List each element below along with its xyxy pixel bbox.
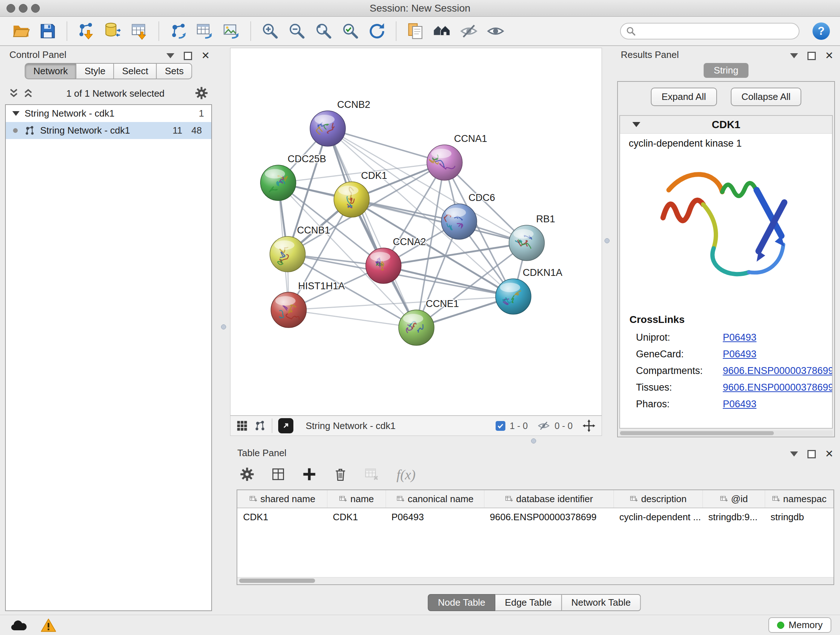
network-graph[interactable]: CCNB2CCNA1CDC25BCDK1CDC6RB1CCNB1CCNA2CDK…	[231, 48, 602, 415]
help-button[interactable]: ?	[813, 22, 830, 40]
float-panel-icon[interactable]	[807, 52, 816, 60]
control-panel-tabs: Network Style Select Sets	[25, 63, 192, 79]
tree-expander-icon[interactable]	[12, 111, 19, 116]
column-header-namespace[interactable]: namespac	[765, 490, 834, 508]
minimize-panel-icon[interactable]	[790, 53, 798, 58]
export-image-button[interactable]	[221, 20, 242, 42]
crosslink-row: Compartments: 9606.ENSP00000378699	[620, 363, 832, 379]
external-arrow-icon	[281, 421, 290, 430]
scrollbar-thumb[interactable]	[620, 431, 774, 435]
import-network-database-button[interactable]	[102, 20, 124, 42]
delete-column-button[interactable]	[332, 466, 349, 483]
cell-name[interactable]: CDK1	[327, 508, 386, 526]
network-view-title: String Network - cdk1	[306, 420, 396, 432]
cell-shared-name[interactable]: CDK1	[237, 508, 327, 526]
minimize-panel-icon[interactable]	[790, 451, 798, 456]
zoom-out-button[interactable]	[286, 20, 308, 42]
network-canvas[interactable]: CCNB2CCNA1CDC25BCDK1CDC6RB1CCNB1CCNA2CDK…	[230, 48, 602, 416]
table-row[interactable]: CDK1 CDK1 P06493 9606.ENSP00000378699 cy…	[237, 508, 834, 526]
expand-all-networks-button[interactable]	[8, 88, 19, 99]
close-panel-icon[interactable]: ✕	[825, 51, 834, 61]
column-header-description[interactable]: description	[614, 490, 703, 508]
network-edge-CCNE1-HIST1H1A[interactable]	[289, 310, 416, 328]
show-columns-button[interactable]	[270, 466, 286, 483]
hide-selected-button[interactable]	[458, 20, 480, 42]
home-button[interactable]	[431, 20, 453, 42]
network-overview-button[interactable]	[254, 420, 266, 432]
crosslink-link[interactable]: P06493	[723, 399, 756, 410]
refresh-button[interactable]	[366, 20, 388, 42]
copy-document-icon	[406, 22, 425, 41]
vertical-splitter-handle[interactable]	[221, 325, 226, 329]
table-horizontal-scrollbar[interactable]	[237, 577, 834, 584]
expand-all-button[interactable]: Expand All	[651, 88, 717, 106]
tab-edge-table[interactable]: Edge Table	[496, 594, 562, 611]
export-network-button[interactable]	[167, 20, 189, 42]
cell-database-identifier[interactable]: 9606.ENSP00000378699	[484, 508, 614, 526]
crosslink-link[interactable]: 9606.ENSP00000378699	[723, 382, 833, 393]
memory-button[interactable]: Memory	[768, 617, 831, 633]
table-settings-button[interactable]	[239, 466, 256, 483]
column-header-database-identifier[interactable]: database identifier	[484, 490, 614, 508]
cell-id[interactable]: stringdb:9...	[703, 508, 765, 526]
fit-content-button[interactable]	[582, 419, 596, 432]
network-edge-CCNB2-CCNE1[interactable]	[328, 128, 416, 328]
crosslink-label: GeneCard:	[636, 348, 723, 360]
results-tab-string[interactable]: String	[704, 63, 748, 78]
open-in-new-window-button[interactable]	[278, 418, 294, 433]
delete-table-icon	[363, 466, 379, 482]
open-file-button[interactable]	[10, 20, 32, 42]
cloud-status-button[interactable]	[10, 618, 27, 632]
search-input[interactable]	[620, 23, 799, 40]
cell-namespace[interactable]: stringdb	[765, 508, 834, 526]
horizontal-splitter-handle[interactable]	[531, 439, 536, 443]
warnings-button[interactable]	[41, 618, 57, 632]
import-network-file-button[interactable]	[75, 20, 97, 42]
function-builder-button[interactable]: f(x)	[394, 466, 418, 483]
scrollbar-thumb[interactable]	[239, 578, 315, 583]
crosslink-link[interactable]: 9606.ENSP00000378699	[723, 365, 833, 377]
results-horizontal-scrollbar[interactable]	[619, 431, 833, 436]
zoom-selected-button[interactable]	[339, 20, 361, 42]
zoom-in-button[interactable]	[259, 20, 281, 42]
crosslink-link[interactable]: P06493	[723, 348, 756, 360]
network-node-label: CDKN1A	[523, 267, 562, 278]
float-panel-icon[interactable]	[184, 52, 192, 60]
selected-checkbox[interactable]	[496, 421, 505, 431]
cell-canonical-name[interactable]: P06493	[386, 508, 484, 526]
zoom-fit-button[interactable]	[313, 20, 334, 42]
tab-style[interactable]: Style	[77, 63, 114, 79]
tab-sets[interactable]: Sets	[157, 63, 193, 79]
save-session-button[interactable]	[37, 20, 58, 42]
close-panel-icon[interactable]: ✕	[202, 51, 210, 61]
tab-select[interactable]: Select	[114, 63, 156, 79]
network-edge-CCNB2-CCNA1[interactable]	[328, 128, 445, 163]
network-options-button[interactable]	[194, 86, 209, 101]
float-panel-icon[interactable]	[807, 450, 816, 458]
column-header-canonical-name[interactable]: canonical name	[386, 490, 484, 508]
close-panel-icon[interactable]: ✕	[825, 449, 834, 459]
copy-button[interactable]	[404, 20, 426, 42]
gene-entry-header[interactable]: CDK1	[620, 116, 832, 134]
column-header-id[interactable]: @id	[703, 490, 765, 508]
birdseye-view-button[interactable]	[236, 420, 248, 432]
network-collection-row[interactable]: String Network - cdk1 1	[6, 105, 211, 122]
crosslink-link[interactable]: P06493	[723, 332, 756, 343]
create-column-button[interactable]	[301, 466, 317, 483]
tab-network[interactable]: Network	[25, 63, 76, 79]
toolbar-separator	[66, 21, 67, 41]
collapse-all-networks-button[interactable]	[22, 88, 34, 99]
import-table-button[interactable]	[129, 20, 150, 42]
column-header-name[interactable]: name	[327, 490, 386, 508]
tab-node-table[interactable]: Node Table	[428, 594, 496, 611]
minimize-panel-icon[interactable]	[166, 53, 174, 58]
show-all-button[interactable]	[485, 20, 507, 42]
network-row[interactable]: String Network - cdk1 11 48	[6, 122, 211, 139]
export-table-button[interactable]	[194, 20, 216, 42]
collapse-all-button[interactable]: Collapse All	[731, 88, 802, 106]
column-header-shared-name[interactable]: shared name	[237, 490, 327, 508]
cell-description[interactable]: cyclin-dependent ...	[614, 508, 703, 526]
vertical-splitter-handle[interactable]	[605, 238, 609, 243]
crosslink-label: Tissues:	[636, 382, 723, 393]
tab-network-table[interactable]: Network Table	[562, 594, 641, 611]
